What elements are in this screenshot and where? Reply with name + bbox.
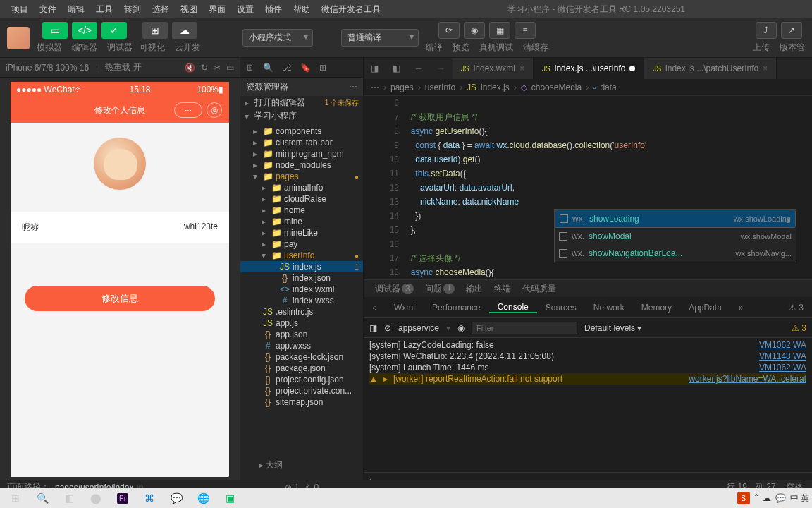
search-icon[interactable]: 🔍 [263, 63, 273, 73]
compile-select[interactable]: 普通编译 [341, 29, 419, 47]
mode-select[interactable]: 小程序模式 [242, 29, 313, 47]
menu-item[interactable]: 工具 [90, 4, 118, 14]
suggestion-item[interactable]: wx.showLoadingwx.showLoading [555, 210, 796, 228]
folder-item[interactable]: ▸📁custom-tab-bar [240, 137, 363, 148]
inspect-icon[interactable]: ⟐ [364, 303, 386, 313]
device-label[interactable]: iPhone 6/7/8 100% 16 [6, 63, 89, 73]
file-item[interactable]: #index.wxss [240, 295, 363, 306]
folder-item[interactable]: ▾📁pages● [240, 171, 363, 182]
chrome-icon[interactable]: 🌐 [190, 490, 216, 507]
devtools-tab[interactable]: Wxml [386, 303, 424, 313]
file-item[interactable]: JS.eslintrc.js [240, 306, 363, 318]
nickname-row[interactable]: 昵称 whi123te [11, 212, 229, 243]
menu-item[interactable]: 选择 [147, 4, 175, 14]
compile-button[interactable]: ⟳ [438, 22, 460, 39]
files-icon[interactable]: 🗎 [246, 63, 254, 73]
split-left-icon[interactable]: ◨ [364, 64, 386, 73]
crumb[interactable]: userInfo [425, 83, 455, 92]
menu-item[interactable]: 界面 [203, 4, 231, 14]
file-item[interactable]: <>index.wxml [240, 284, 363, 295]
menu-item[interactable]: 设置 [231, 4, 259, 14]
project-avatar[interactable] [7, 27, 30, 49]
console-line[interactable]: [system] Launch Time: 1446 msVM1062 WA [369, 362, 806, 373]
remote-debug-button[interactable]: ▦ [489, 22, 510, 39]
editor-toggle[interactable]: </> [72, 22, 97, 39]
capsule-close-icon[interactable]: ◎ [207, 102, 222, 118]
folder-item[interactable]: ▸📁pay [240, 238, 363, 250]
editor-tab[interactable]: JSindex.js ...\userInfo [534, 58, 644, 79]
file-item[interactable]: JSindex.js1 [240, 261, 363, 272]
menu-item[interactable]: 编辑 [62, 4, 90, 14]
menu-item[interactable]: 视图 [175, 4, 203, 14]
menu-item[interactable]: 项目 [6, 4, 34, 14]
cloud-toggle[interactable]: ☁ [172, 22, 197, 39]
crumb[interactable]: chooseMedia [531, 83, 582, 92]
live-expression-icon[interactable]: ◉ [457, 323, 465, 333]
explorer-more-icon[interactable]: ⋯ [349, 82, 357, 92]
sim-more-icon[interactable]: ▭ [226, 63, 234, 73]
branch-icon[interactable]: ⎇ [282, 63, 292, 73]
file-item[interactable]: JSapp.js [240, 318, 363, 329]
devtools-tab[interactable]: Sources [537, 303, 585, 313]
devtools-tab[interactable]: Console [489, 302, 537, 313]
panel-tab-perf[interactable]: 代码质量 [517, 283, 562, 295]
devtools-taskbar-icon[interactable]: ▣ [217, 490, 242, 507]
devtools-tab[interactable]: Memory [633, 303, 680, 313]
panel-tab-debugger[interactable]: 调试器3 [369, 283, 419, 295]
console-context[interactable]: appservice [398, 323, 439, 333]
log-levels-select[interactable]: Default levels ▾ [584, 323, 641, 333]
console-line[interactable]: [system] WeChatLib: 2.23.4 (2022.4.11 21… [369, 351, 806, 362]
split-right-icon[interactable]: ◧ [386, 64, 407, 73]
simulator-toggle[interactable]: ▭ [42, 22, 68, 39]
folder-item[interactable]: ▾📁userInfo● [240, 250, 363, 261]
folder-item[interactable]: ▸📁animalInfo [240, 182, 363, 193]
sim-sound-icon[interactable]: 🔇 [185, 63, 195, 73]
warning-count[interactable]: ⚠ 3 [792, 323, 806, 333]
file-item[interactable]: #app.wxss [240, 340, 363, 351]
extensions-icon[interactable]: ⊞ [319, 63, 326, 73]
file-item[interactable]: {}project.private.con... [240, 385, 363, 397]
devtabs-more-icon[interactable]: » [730, 303, 752, 313]
preview-button[interactable]: ◉ [464, 22, 485, 39]
debugger-toggle[interactable]: ✓ [102, 22, 127, 39]
obs-icon[interactable]: ⬤ [83, 490, 109, 507]
folder-item[interactable]: ▸📁node_modules [240, 159, 363, 171]
outline-section[interactable]: ▸ 大纲 [254, 456, 288, 474]
file-item[interactable]: {}package.json [240, 363, 363, 374]
forward-icon[interactable]: → [430, 64, 453, 73]
sim-cut-icon[interactable]: ✂ [214, 63, 221, 73]
wechat-taskbar-icon[interactable]: 💬 [164, 490, 189, 507]
console-clear-icon[interactable]: ⊘ [384, 323, 391, 333]
folder-item[interactable]: ▸📁home [240, 205, 363, 216]
editor-tab[interactable]: JSindex.js ...\patchUserInfo× [644, 58, 777, 79]
crumb[interactable]: data [600, 83, 616, 92]
code-editor[interactable]: 678910111213141516171819202122 wx.showLo… [364, 96, 812, 279]
console-line[interactable]: ▲ ▸ [worker] reportRealtimeAction:fail n… [369, 373, 806, 385]
panel-tab-terminal[interactable]: 终端 [488, 283, 517, 295]
modify-button[interactable]: 修改信息 [25, 286, 215, 311]
phone-screen[interactable]: ●●●●● WeChatᯤ 15:18 100%▮ 修改个人信息 ··· ◎ 昵… [11, 82, 229, 477]
taskbar-search-icon[interactable]: 🔍 [30, 490, 55, 507]
ime-icon[interactable]: 中 英 [790, 492, 809, 504]
menu-item[interactable]: 帮助 [288, 4, 316, 14]
suggestion-item[interactable]: wx.showNavigationBarLoa...wx.showNavig..… [555, 245, 796, 262]
breadcrumbs[interactable]: ⋯› pages› userInfo› JSindex.js› ◇chooseM… [364, 79, 812, 96]
file-item[interactable]: {}project.config.json [240, 374, 363, 385]
system-tray[interactable]: S ˄ ☁ 💬 中 英 [737, 492, 809, 504]
menu-item[interactable]: 文件 [34, 4, 62, 14]
panel-tab-problems[interactable]: 问题1 [419, 283, 461, 295]
menu-item[interactable]: 插件 [259, 4, 288, 14]
crumb[interactable]: pages [390, 83, 414, 92]
visual-toggle[interactable]: ⊞ [142, 22, 168, 39]
console-output[interactable]: [system] LazyCodeLoading: falseVM1062 WA… [364, 338, 812, 472]
file-item[interactable]: {}index.json [240, 272, 363, 284]
sogou-icon[interactable]: S [737, 492, 750, 504]
back-icon[interactable]: ← [407, 64, 430, 73]
onedrive-icon[interactable]: ☁ [763, 493, 771, 503]
start-icon[interactable]: ⊞ [3, 490, 28, 507]
editor-tab[interactable]: JSindex.wxml× [453, 58, 534, 79]
menu-item[interactable]: 微信开发者工具 [316, 4, 386, 14]
suggestion-popup[interactable]: wx.showLoadingwx.showLoadingwx.showModal… [554, 209, 796, 262]
tray-up-icon[interactable]: ˄ [754, 493, 758, 503]
clear-cache-button[interactable]: ≡ [515, 22, 536, 39]
